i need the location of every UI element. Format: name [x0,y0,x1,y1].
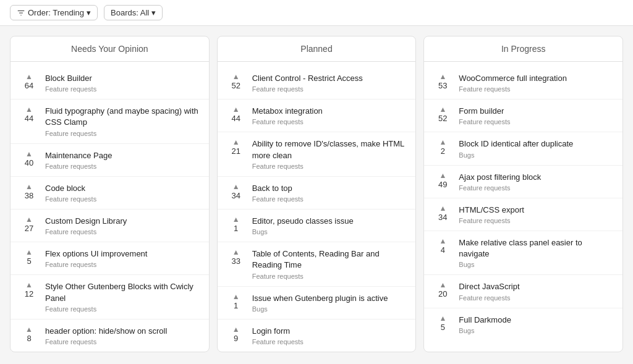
item-title: Flex options UI improvement [45,248,147,260]
list-item[interactable]: ▲33Table of Contents, Reading Bar and Re… [218,242,416,286]
upvote-arrow-icon[interactable]: ▲ [232,138,240,146]
upvote-arrow-icon[interactable]: ▲ [232,248,240,256]
column-planned: Planned▲52Client Control - Restrict Acce… [217,36,417,352]
upvote-arrow-icon[interactable]: ▲ [232,106,240,113]
vote-section[interactable]: ▲20 [433,281,452,298]
upvote-arrow-icon[interactable]: ▲ [439,237,446,245]
upvote-arrow-icon[interactable]: ▲ [232,216,240,223]
upvote-arrow-icon[interactable]: ▲ [232,73,240,80]
column-body-planned: ▲52Client Control - Restrict AccessFeatu… [218,62,416,352]
item-content: Ability to remove ID's/classes, make HTM… [252,138,407,169]
vote-section[interactable]: ▲34 [226,183,246,200]
list-item[interactable]: ▲53WooCommerce full integrationFeature r… [424,67,622,99]
list-item[interactable]: ▲49Ajax post filtering blockFeature requ… [424,166,622,198]
item-title: WooCommerce full integration [459,73,567,84]
upvote-arrow-icon[interactable]: ▲ [439,205,446,212]
upvote-arrow-icon[interactable]: ▲ [439,73,446,80]
upvote-arrow-icon[interactable]: ▲ [439,138,446,146]
list-item[interactable]: ▲5Full DarkmodeBugs [424,308,622,341]
vote-section[interactable]: ▲44 [226,106,246,123]
upvote-arrow-icon[interactable]: ▲ [232,326,240,333]
upvote-arrow-icon[interactable]: ▲ [25,326,33,333]
column-header-planned: Planned [218,36,416,62]
list-item[interactable]: ▲44Metabox integrationFeature requests [218,99,416,132]
item-title: Metabox integration [252,106,323,117]
vote-section[interactable]: ▲40 [19,150,39,167]
list-item[interactable]: ▲40Maintenance PageFeature requests [11,144,209,177]
item-tag: Feature requests [45,261,147,268]
list-item[interactable]: ▲64Block BuilderFeature requests [11,67,209,99]
vote-section[interactable]: ▲44 [19,106,39,123]
item-content: Table of Contents, Reading Bar and Readi… [252,248,407,279]
item-tag: Feature requests [252,338,304,345]
vote-count: 44 [25,114,33,123]
upvote-arrow-icon[interactable]: ▲ [25,183,33,190]
vote-section[interactable]: ▲8 [19,326,39,343]
order-chevron-icon: ▾ [87,8,91,17]
item-content: Block BuilderFeature requests [45,73,96,93]
boards-button[interactable]: Boards: All ▾ [104,5,163,20]
list-item[interactable]: ▲12Style Other Gutenberg Blocks with Cwi… [11,275,209,319]
item-content: Flex options UI improvementFeature reque… [45,248,147,268]
vote-section[interactable]: ▲34 [433,205,452,222]
vote-section[interactable]: ▲38 [19,183,39,200]
list-item[interactable]: ▲4Make relative class panel easier to na… [424,231,622,275]
list-item[interactable]: ▲21Ability to remove ID's/classes, make … [218,132,416,176]
list-item[interactable]: ▲34Back to topFeature requests [218,177,416,210]
vote-section[interactable]: ▲1 [226,293,246,310]
list-item[interactable]: ▲1Editor, pseudo classes issueBugs [218,210,416,242]
list-item[interactable]: ▲38Code blockFeature requests [11,177,209,210]
list-item[interactable]: ▲52Client Control - Restrict AccessFeatu… [218,67,416,99]
vote-count: 64 [25,81,33,90]
vote-section[interactable]: ▲1 [226,216,246,233]
item-tag: Feature requests [459,184,541,192]
upvote-arrow-icon[interactable]: ▲ [439,315,446,322]
list-item[interactable]: ▲34HTML/CSS exportFeature requests [424,198,622,231]
vote-section[interactable]: ▲64 [19,73,39,90]
upvote-arrow-icon[interactable]: ▲ [232,293,240,300]
list-item[interactable]: ▲27Custom Design LibraryFeature requests [11,210,209,242]
order-button[interactable]: Order: Trending ▾ [10,5,98,20]
vote-section[interactable]: ▲12 [19,281,39,298]
item-tag: Bugs [252,228,354,235]
vote-section[interactable]: ▲2 [433,138,452,156]
list-item[interactable]: ▲1Issue when Gutenberg plugin is activeB… [218,287,416,320]
vote-section[interactable]: ▲49 [433,172,452,189]
item-tag: Feature requests [45,130,200,137]
upvote-arrow-icon[interactable]: ▲ [25,216,33,223]
vote-section[interactable]: ▲52 [433,106,452,123]
list-item[interactable]: ▲44Fluid typography (and maybe spacing) … [11,99,209,143]
upvote-arrow-icon[interactable]: ▲ [232,183,240,190]
list-item[interactable]: ▲20Direct JavaScriptFeature requests [424,275,622,308]
item-title: Fluid typography (and maybe spacing) wit… [45,106,200,128]
list-item[interactable]: ▲8header option: hide/show on scrollFeat… [11,320,209,352]
vote-count: 34 [231,191,240,200]
upvote-arrow-icon[interactable]: ▲ [439,172,446,179]
vote-section[interactable]: ▲53 [433,73,452,90]
column-body-in-progress: ▲53WooCommerce full integrationFeature r… [424,62,622,352]
vote-section[interactable]: ▲52 [226,73,246,90]
list-item[interactable]: ▲2Block ID identical after duplicateBugs [424,132,622,165]
item-title: Form builder [459,106,510,117]
vote-section[interactable]: ▲5 [433,315,452,332]
column-needs-opinion: Needs Your Opinion▲64Block BuilderFeatur… [10,36,210,352]
vote-section[interactable]: ▲21 [226,138,246,156]
vote-section[interactable]: ▲9 [226,326,246,343]
upvote-arrow-icon[interactable]: ▲ [25,150,33,158]
list-item[interactable]: ▲5Flex options UI improvementFeature req… [11,242,209,275]
vote-section[interactable]: ▲5 [19,248,39,266]
upvote-arrow-icon[interactable]: ▲ [25,281,33,289]
upvote-arrow-icon[interactable]: ▲ [25,248,33,256]
item-tag: Feature requests [252,118,323,125]
upvote-arrow-icon[interactable]: ▲ [439,281,446,289]
upvote-arrow-icon[interactable]: ▲ [25,73,33,80]
upvote-arrow-icon[interactable]: ▲ [25,106,33,113]
list-item[interactable]: ▲52Form builderFeature requests [424,99,622,132]
item-title: Editor, pseudo classes issue [252,216,354,227]
vote-count: 44 [231,114,240,123]
vote-section[interactable]: ▲27 [19,216,39,233]
upvote-arrow-icon[interactable]: ▲ [439,106,446,113]
list-item[interactable]: ▲9Login formFeature requests [218,320,416,352]
vote-section[interactable]: ▲33 [226,248,246,266]
vote-section[interactable]: ▲4 [433,237,452,255]
